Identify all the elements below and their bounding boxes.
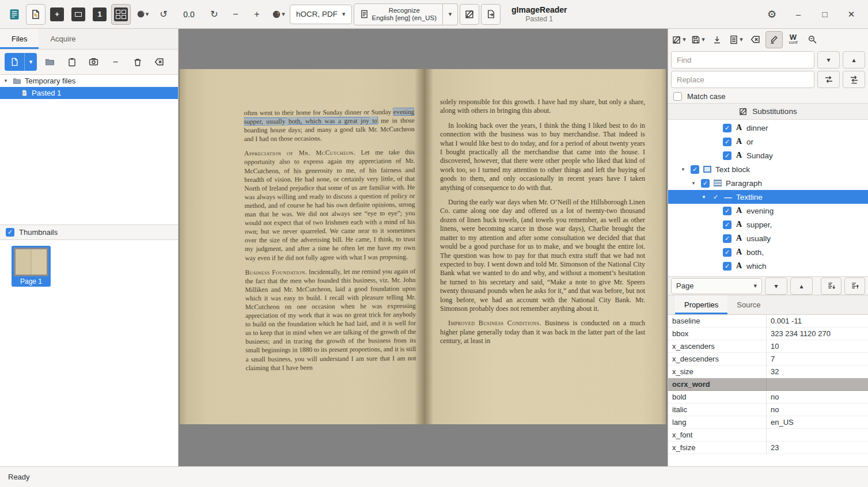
screenshot-button[interactable] bbox=[85, 53, 103, 71]
property-value[interactable]: 7 bbox=[767, 355, 868, 363]
select-tool-button[interactable] bbox=[26, 4, 46, 25]
property-value[interactable]: no bbox=[767, 393, 868, 401]
add-page-button[interactable]: + bbox=[47, 4, 67, 25]
add-images-button[interactable] bbox=[5, 53, 24, 71]
import-hocr-button[interactable] bbox=[708, 31, 726, 48]
rotate-left-button[interactable]: ↺ bbox=[154, 4, 173, 25]
word-checkbox[interactable]: ✓ bbox=[723, 207, 731, 215]
hocr-word-row[interactable]: ✓ A usually bbox=[668, 231, 868, 245]
word-checkbox[interactable]: ✓ bbox=[723, 234, 731, 243]
table-row[interactable]: baseline 0.001 -11 bbox=[668, 315, 868, 328]
export-hocr-button[interactable]: ▾ bbox=[727, 31, 745, 48]
substitutions-button[interactable]: Substitutions bbox=[668, 103, 868, 120]
single-page-mode-button[interactable] bbox=[69, 4, 88, 25]
remove-page-button[interactable]: − bbox=[107, 53, 124, 71]
clear-hocr-button[interactable] bbox=[746, 31, 764, 48]
recognize-button[interactable]: Recognize English [eng] (en_US) bbox=[354, 3, 444, 25]
hocr-paragraph-row[interactable]: ▼ ✓ Paragraph bbox=[668, 176, 868, 190]
expander-icon[interactable]: ▼ bbox=[3, 78, 9, 83]
delete-button[interactable] bbox=[128, 53, 146, 71]
rotation-spinbox[interactable] bbox=[175, 6, 203, 22]
block-checkbox[interactable]: ✓ bbox=[691, 165, 699, 174]
tab-source[interactable]: Source bbox=[727, 295, 770, 314]
prev-item-button[interactable]: ▴ bbox=[790, 277, 813, 295]
paste-button[interactable] bbox=[63, 53, 81, 71]
word-confidence-toggle[interactable]: Wconf bbox=[784, 31, 802, 48]
page-target-combobox[interactable]: Page ▾ bbox=[671, 278, 762, 294]
word-checkbox[interactable]: ✓ bbox=[723, 262, 731, 271]
collapse-all-button[interactable] bbox=[844, 277, 865, 295]
clear-all-button[interactable] bbox=[150, 53, 168, 71]
word-checkbox[interactable]: ✓ bbox=[723, 138, 731, 146]
grid-mode-button[interactable] bbox=[111, 4, 131, 25]
save-hocr-button[interactable]: ▾ bbox=[689, 31, 707, 48]
hocr-word-row[interactable]: ✓ A or bbox=[668, 135, 868, 149]
property-value[interactable]: no bbox=[767, 405, 868, 414]
expand-all-button[interactable] bbox=[821, 277, 842, 295]
property-value[interactable]: 23 bbox=[767, 443, 868, 452]
find-prev-button[interactable]: ▴ bbox=[843, 51, 865, 69]
hocr-textblock-row[interactable]: ▼ ✓ Text block bbox=[668, 162, 868, 176]
hocr-word-row[interactable]: ✓ A dinner bbox=[668, 121, 868, 135]
property-value[interactable]: 323 234 1120 270 bbox=[767, 329, 868, 338]
table-row[interactable]: x_ascenders 10 bbox=[668, 340, 868, 353]
book-scan[interactable]: often went to their home for Sunday dinn… bbox=[180, 69, 666, 424]
zoom-in-button[interactable]: + bbox=[247, 4, 267, 25]
tree-folder-temporary-files[interactable]: ▼ Temporary files bbox=[0, 75, 178, 87]
highlight-mode-toggle[interactable] bbox=[765, 31, 783, 48]
table-row[interactable]: x_size 32 bbox=[668, 366, 868, 378]
table-row[interactable]: x_fsize 23 bbox=[668, 442, 868, 454]
open-hocr-button[interactable]: ▾ bbox=[670, 31, 688, 48]
tab-files[interactable]: Files bbox=[0, 29, 39, 49]
textline-checkbox[interactable]: ✓ bbox=[711, 193, 720, 201]
hocr-word-row[interactable]: ✓ A evening bbox=[668, 204, 868, 218]
rotate-right-button[interactable]: ↻ bbox=[204, 4, 224, 25]
replace-all-button[interactable] bbox=[843, 71, 865, 88]
replace-button[interactable] bbox=[817, 71, 840, 88]
table-row[interactable]: x_font bbox=[668, 429, 868, 442]
page-number-mode-button[interactable]: 1 bbox=[90, 4, 109, 25]
table-row[interactable]: x_descenders 7 bbox=[668, 353, 868, 366]
edit-output-button[interactable] bbox=[460, 4, 479, 25]
hocr-word-row[interactable]: ✓ A both, bbox=[668, 245, 868, 259]
ocr-mode-combobox[interactable]: hOCR, PDF ▾ bbox=[290, 5, 352, 24]
add-images-dropdown[interactable]: ▾ bbox=[24, 53, 37, 71]
expander-icon[interactable]: ▼ bbox=[681, 167, 687, 172]
settings-button[interactable]: ⚙ bbox=[764, 7, 779, 22]
word-checkbox[interactable]: ✓ bbox=[723, 220, 731, 229]
zoom-out-button[interactable]: − bbox=[226, 4, 245, 25]
replace-input[interactable] bbox=[671, 71, 814, 88]
table-row[interactable]: bold no bbox=[668, 391, 868, 404]
word-checkbox[interactable]: ✓ bbox=[723, 124, 731, 132]
table-row[interactable]: italic no bbox=[668, 404, 868, 416]
next-item-button[interactable]: ▾ bbox=[765, 277, 787, 295]
find-next-button[interactable]: ▾ bbox=[817, 51, 840, 69]
rotate-mode-dropdown[interactable]: ▾ bbox=[132, 4, 152, 25]
expander-icon[interactable]: ▼ bbox=[702, 195, 707, 200]
recognize-language-dropdown[interactable]: ▾ bbox=[443, 3, 458, 25]
hocr-word-row[interactable]: ✓ A Sunday bbox=[668, 149, 868, 162]
property-value[interactable]: 32 bbox=[767, 367, 868, 376]
paragraph-checkbox[interactable]: ✓ bbox=[701, 179, 710, 188]
thumbnails-checkbox[interactable]: ✓ bbox=[6, 228, 14, 237]
tab-properties[interactable]: Properties bbox=[675, 295, 727, 314]
image-viewer[interactable]: often went to their home for Sunday dinn… bbox=[179, 29, 668, 466]
hocr-word-row[interactable]: ✓ A which bbox=[668, 259, 868, 273]
hocr-textline-row-selected[interactable]: ▼ ✓ — Textline bbox=[668, 190, 868, 204]
open-folder-button[interactable] bbox=[41, 53, 59, 71]
maximize-button[interactable]: □ bbox=[817, 7, 832, 22]
preview-toggle[interactable] bbox=[803, 31, 821, 48]
property-value[interactable]: 0.001 -11 bbox=[767, 317, 868, 325]
property-value[interactable]: en_US bbox=[767, 418, 868, 427]
word-checkbox[interactable]: ✓ bbox=[723, 248, 731, 257]
expander-icon[interactable]: ▼ bbox=[691, 181, 697, 186]
table-row[interactable]: bbox 323 234 1120 270 bbox=[668, 328, 868, 340]
word-checkbox[interactable]: ✓ bbox=[723, 151, 731, 160]
add-images-split-button[interactable]: ▾ bbox=[5, 53, 37, 71]
close-button[interactable]: ✕ bbox=[844, 7, 859, 22]
export-button[interactable] bbox=[481, 4, 501, 25]
match-case-checkbox[interactable] bbox=[673, 92, 682, 101]
minimize-button[interactable]: – bbox=[791, 7, 806, 22]
tree-file-pasted-1[interactable]: Pasted 1 bbox=[0, 87, 178, 99]
property-value[interactable]: 10 bbox=[767, 342, 868, 351]
